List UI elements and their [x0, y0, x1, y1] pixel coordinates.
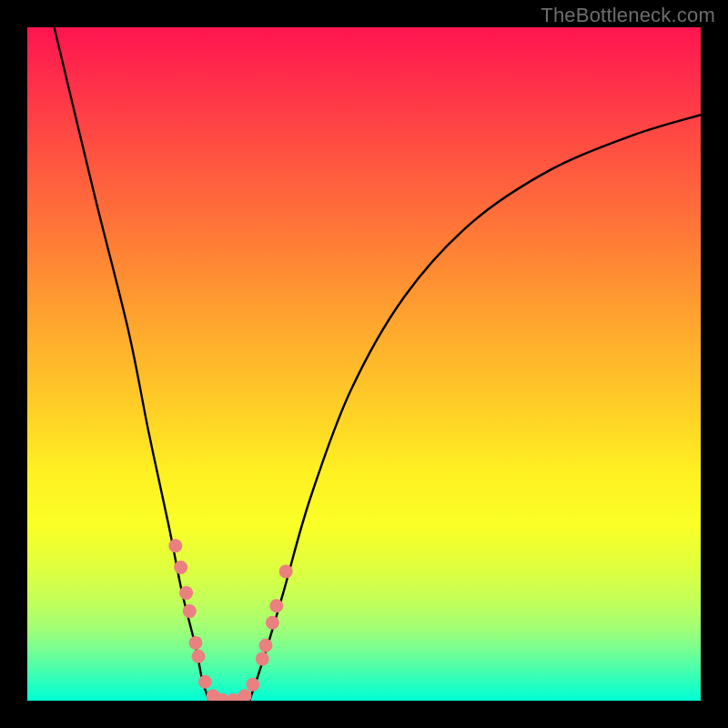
bead-marker [269, 599, 283, 612]
bead-marker [189, 636, 203, 650]
bead-marker [183, 604, 197, 618]
bead-marker [246, 678, 259, 692]
bead-markers [168, 539, 292, 701]
bead-marker [238, 689, 252, 701]
bead-marker [192, 650, 206, 663]
outer-frame: TheBottleneck.com [0, 0, 728, 728]
bead-marker [279, 564, 293, 578]
bead-marker [256, 652, 269, 666]
plot-area [27, 27, 701, 701]
bead-marker [168, 539, 182, 552]
bead-marker [259, 639, 273, 652]
bottleneck-curve-svg [27, 27, 701, 701]
bottleneck-curve [55, 27, 701, 701]
bead-marker [266, 616, 279, 630]
watermark-text: TheBottleneck.com [541, 4, 715, 27]
bead-marker [179, 586, 193, 600]
bead-marker [198, 675, 212, 689]
bead-marker [174, 561, 187, 574]
